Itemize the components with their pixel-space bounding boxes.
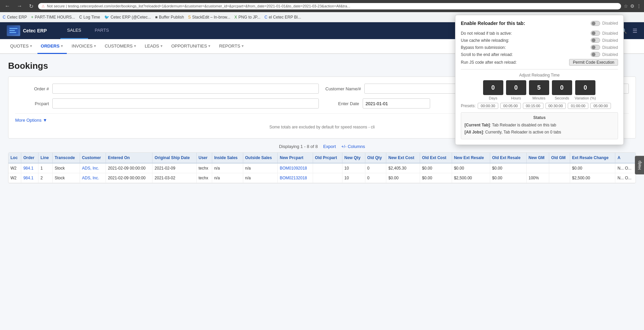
display-info: Displaying 1 - 8 of 8 xyxy=(279,144,318,149)
preset-30m[interactable]: 00:30:00 xyxy=(545,103,566,109)
col-user[interactable]: User xyxy=(196,153,212,163)
variation-box[interactable]: 0 xyxy=(575,80,595,95)
bookmark-stackedit[interactable]: S StackEdit – In-brow... xyxy=(188,15,230,20)
col-entered-on[interactable]: Entered On xyxy=(106,153,152,163)
preset-1h[interactable]: 01:00:00 xyxy=(568,103,588,109)
permit-code-button[interactable]: Permit Code Execution xyxy=(569,59,618,66)
col-old-qty[interactable]: Old Qty xyxy=(365,153,386,163)
time-unit-minutes: 5 Minutes xyxy=(529,80,549,100)
bypass-toggle[interactable] xyxy=(591,45,600,50)
tab-parts[interactable]: PARTS xyxy=(88,22,116,39)
scroll-right: Disabled xyxy=(591,52,618,57)
svg-rect-3 xyxy=(9,32,16,33)
customer-name-label: Customer Name/# xyxy=(326,86,361,91)
col-outside-sales[interactable]: Outside Sales xyxy=(243,153,278,163)
order-input[interactable] xyxy=(52,84,319,94)
help-button[interactable]: Help xyxy=(635,156,644,174)
back-button[interactable]: ← xyxy=(3,2,12,10)
col-order[interactable]: Order xyxy=(21,153,38,163)
logo-image xyxy=(7,25,20,36)
reload-button[interactable]: ↻ xyxy=(27,2,35,10)
prcpart-input[interactable] xyxy=(52,98,319,109)
col-loc[interactable]: Loc xyxy=(8,153,21,163)
reports-arrow: ▼ xyxy=(241,44,244,48)
extensions-icon[interactable]: ⚙ xyxy=(630,3,635,9)
notab-label: Do not reload if tab is active: xyxy=(461,31,512,36)
col-customer[interactable]: Customer xyxy=(80,153,106,163)
forward-button[interactable]: → xyxy=(15,2,24,10)
hamburger-icon[interactable]: ☰ xyxy=(633,28,637,34)
col-old-gm[interactable]: Old GM xyxy=(549,153,570,163)
reloader-divider xyxy=(461,69,618,69)
svg-rect-2 xyxy=(9,30,15,31)
notab-toggle[interactable] xyxy=(591,31,600,36)
time-unit-seconds: 0 Seconds xyxy=(552,80,572,100)
bookmark-buffer[interactable]: ■ Buffer Publish xyxy=(155,15,184,20)
nav-orders[interactable]: ORDERS ▼ xyxy=(37,39,67,54)
prcpart-label: Prcpart xyxy=(15,101,49,106)
col-old-ext-resale[interactable]: Old Ext Resale xyxy=(490,153,526,163)
preset-5h[interactable]: 05:00:00 xyxy=(590,103,611,109)
minutes-box[interactable]: 5 xyxy=(529,80,549,95)
reloader-popup: Enable Reloader for this tab: Disabled D… xyxy=(455,15,624,145)
bookmark-cetec-erp[interactable]: C Cetec ERP xyxy=(3,15,27,20)
bookmark-cetec-twitter[interactable]: 🐦 Cetec ERP (@Cetec... xyxy=(104,15,151,20)
status-current-tab: [Current Tab]: Tab Reloader is disabled … xyxy=(465,122,614,128)
hours-label: Hours xyxy=(511,96,521,100)
app-name: Cetec ERP xyxy=(23,28,47,33)
bypass-right: Disabled xyxy=(591,45,618,50)
bookmark-cetec-blog[interactable]: C el Cetec ERP Bl... xyxy=(264,15,301,20)
data-table-wrapper: Loc Order Line Transcode Customer Entere… xyxy=(8,152,636,183)
col-new-qty[interactable]: New Qty xyxy=(342,153,365,163)
col-original-ship-date[interactable]: Original Ship Date xyxy=(152,153,196,163)
customers-arrow: ▼ xyxy=(133,44,137,48)
bookmark-png[interactable]: X PNG to JP... xyxy=(234,15,260,20)
col-new-ext-resale[interactable]: New Ext Resale xyxy=(452,153,490,163)
adjust-time-section: Adjust Reloading Time 0 Days 0 Hours 5 M… xyxy=(461,73,618,109)
nav-quotes[interactable]: QUOTES ▼ xyxy=(7,39,36,54)
col-old-prcpart[interactable]: Old Prcpart xyxy=(313,153,342,163)
presets-label: Presets: xyxy=(461,103,476,108)
nav-opportunities[interactable]: OPPORTUNITIES ▼ xyxy=(168,39,215,54)
order-label: Order # xyxy=(15,86,49,91)
menu-icon[interactable]: ⋮ xyxy=(637,3,641,9)
table-header-row: Loc Order Line Transcode Customer Entere… xyxy=(8,153,636,163)
toggle-icon[interactable] xyxy=(591,21,600,26)
seconds-box[interactable]: 0 xyxy=(552,80,572,95)
columns-link[interactable]: +/- Columns xyxy=(341,144,365,149)
col-ext-resale-change[interactable]: Ext Resale Change xyxy=(570,153,615,163)
scroll-toggle[interactable] xyxy=(591,52,600,57)
cache-toggle[interactable] xyxy=(591,38,600,43)
bookings-table: Loc Order Line Transcode Customer Entere… xyxy=(8,153,636,183)
tab-sales[interactable]: SALES xyxy=(60,22,88,39)
cache-right: Disabled xyxy=(591,38,618,43)
bookmark-part-time[interactable]: + PART-TIME HOURS... xyxy=(31,15,75,20)
address-bar[interactable]: ⚠ Not secure | testing.cetecerpdevel.com… xyxy=(38,3,621,9)
export-link[interactable]: Export xyxy=(323,144,336,149)
star-icon[interactable]: ☆ xyxy=(624,3,628,9)
col-transcode[interactable]: Transcode xyxy=(52,153,80,163)
nav-customers[interactable]: CUSTOMERS ▼ xyxy=(101,39,140,54)
col-new-ext-cost[interactable]: New Ext Cost xyxy=(386,153,420,163)
days-box[interactable]: 0 xyxy=(483,80,503,95)
preset-15m[interactable]: 00:15:00 xyxy=(523,103,543,109)
bookmark-log-time[interactable]: C Log Time xyxy=(79,15,100,20)
col-new-prcpart[interactable]: New Prcpart xyxy=(278,153,313,163)
cache-label: Use cache while reloading: xyxy=(461,38,509,43)
col-new-gm[interactable]: New GM xyxy=(526,153,549,163)
nav-invoices[interactable]: INVOICES ▼ xyxy=(68,39,100,54)
col-a[interactable]: A xyxy=(615,153,636,163)
hours-box[interactable]: 0 xyxy=(506,80,526,95)
nav-leads[interactable]: LEADS ▼ xyxy=(141,39,167,54)
enter-date-input[interactable] xyxy=(363,98,430,109)
col-line[interactable]: Line xyxy=(38,153,52,163)
more-options-button[interactable]: More Options ▼ xyxy=(15,118,47,123)
nav-reports[interactable]: REPORTS ▼ xyxy=(216,39,248,54)
notab-value: Disabled xyxy=(602,31,618,36)
preset-30s[interactable]: 00:00:30 xyxy=(478,103,498,109)
col-old-ext-cost[interactable]: Old Ext Cost xyxy=(420,153,452,163)
preset-5m[interactable]: 00:05:00 xyxy=(500,103,521,109)
scroll-label: Scroll to the end after reload: xyxy=(461,52,513,57)
col-inside-sales[interactable]: Inside Sales xyxy=(212,153,243,163)
reloader-row-notab: Do not reload if tab is active: Disabled xyxy=(461,31,618,36)
